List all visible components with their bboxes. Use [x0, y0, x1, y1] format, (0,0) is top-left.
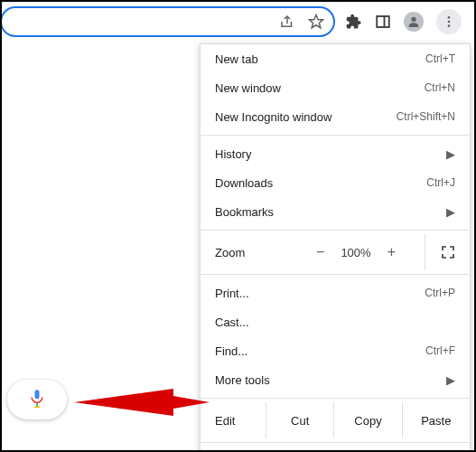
menu-history[interactable]: History ▶ — [201, 139, 470, 168]
menu-label: New tab — [215, 52, 425, 66]
menu-more-tools[interactable]: More tools ▶ — [201, 365, 470, 394]
menu-shortcut: Ctrl+F — [425, 344, 455, 357]
edit-copy-button[interactable]: Copy — [333, 402, 401, 438]
address-bar[interactable] — [0, 6, 335, 37]
svg-point-5 — [448, 21, 451, 24]
menu-settings[interactable]: Settings — [201, 447, 470, 452]
menu-cast[interactable]: Cast... — [201, 307, 470, 336]
menu-divider — [201, 135, 470, 136]
menu-label: Cast... — [215, 315, 455, 329]
voice-search-button[interactable] — [7, 380, 67, 419]
svg-point-3 — [411, 17, 415, 22]
menu-label: New Incognito window — [215, 110, 397, 124]
extensions-icon[interactable] — [346, 14, 362, 30]
edit-paste-button[interactable]: Paste — [402, 402, 470, 438]
zoom-in-button[interactable]: + — [387, 244, 396, 260]
menu-bookmarks[interactable]: Bookmarks ▶ — [201, 197, 470, 226]
fullscreen-icon — [441, 245, 455, 259]
sidepanel-icon[interactable] — [375, 14, 391, 30]
profile-avatar[interactable] — [404, 12, 424, 32]
browser-toolbar — [2, 2, 474, 42]
chevron-right-icon: ▶ — [446, 147, 455, 161]
menu-new-tab[interactable]: New tab Ctrl+T — [201, 44, 470, 73]
menu-label: Zoom — [215, 246, 287, 259]
svg-marker-0 — [310, 15, 323, 28]
menu-shortcut: Ctrl+T — [425, 52, 455, 65]
microphone-icon — [28, 388, 46, 411]
chrome-menu: New tab Ctrl+T New window Ctrl+N New Inc… — [200, 43, 471, 452]
menu-print[interactable]: Print... Ctrl+P — [201, 278, 470, 307]
toolbar-actions — [341, 9, 467, 34]
svg-marker-10 — [74, 389, 210, 416]
menu-label: More tools — [215, 373, 446, 387]
menu-label: Edit — [201, 402, 266, 438]
svg-rect-1 — [377, 16, 389, 27]
menu-divider — [201, 274, 470, 275]
svg-rect-7 — [35, 390, 40, 399]
menu-label: Bookmarks — [215, 205, 446, 219]
menu-find[interactable]: Find... Ctrl+F — [201, 336, 470, 365]
share-icon[interactable] — [279, 14, 295, 30]
zoom-out-button[interactable]: − — [316, 244, 324, 260]
svg-point-6 — [448, 24, 451, 27]
menu-label: Print... — [215, 287, 425, 300]
menu-divider — [201, 442, 470, 443]
menu-zoom: Zoom − 100% + — [201, 234, 470, 270]
menu-label: Find... — [215, 344, 425, 358]
menu-new-window[interactable]: New window Ctrl+N — [201, 73, 470, 102]
menu-shortcut: Ctrl+P — [425, 287, 455, 299]
menu-shortcut: Ctrl+N — [425, 81, 455, 94]
menu-label: Downloads — [215, 176, 426, 190]
chevron-right-icon: ▶ — [446, 205, 455, 219]
menu-label: New window — [215, 81, 425, 95]
menu-downloads[interactable]: Downloads Ctrl+J — [201, 168, 470, 197]
menu-label: History — [215, 147, 446, 161]
edit-cut-button[interactable]: Cut — [266, 402, 333, 438]
zoom-value: 100% — [341, 246, 370, 259]
fullscreen-button[interactable] — [425, 234, 470, 270]
star-icon[interactable] — [308, 14, 324, 30]
annotation-arrow — [74, 381, 210, 423]
menu-shortcut: Ctrl+Shift+N — [397, 110, 455, 123]
menu-shortcut: Ctrl+J — [426, 176, 455, 189]
menu-new-incognito[interactable]: New Incognito window Ctrl+Shift+N — [201, 102, 470, 131]
menu-divider — [201, 230, 470, 231]
zoom-controls: − 100% + — [287, 244, 425, 260]
menu-edit: Edit Cut Copy Paste — [201, 402, 470, 438]
kebab-menu-button[interactable] — [436, 9, 462, 34]
svg-point-4 — [448, 16, 451, 19]
menu-divider — [201, 398, 470, 399]
chevron-right-icon: ▶ — [446, 373, 455, 387]
